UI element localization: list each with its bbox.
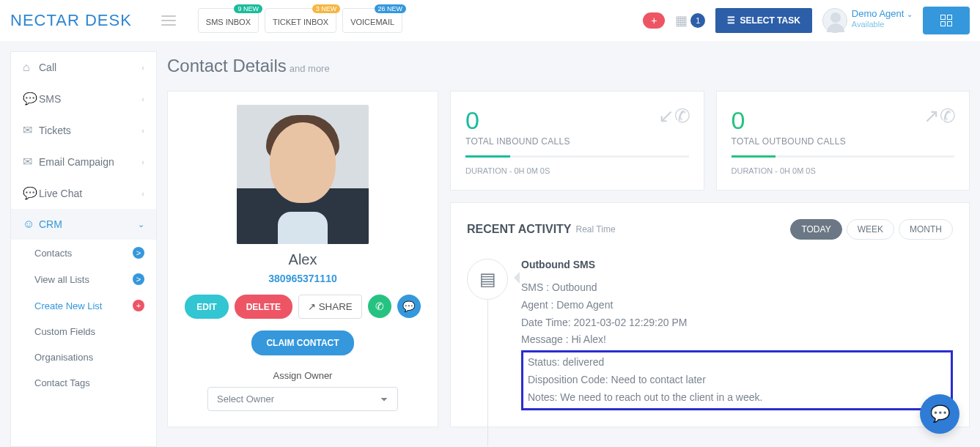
activity-item-title: Outbound SMS	[521, 259, 953, 270]
phone-in-icon: ↙✆	[658, 105, 690, 128]
sidebar-subitem[interactable]: Contacts>	[11, 240, 156, 266]
add-button[interactable]: +	[643, 12, 665, 29]
nav-icon: ⌂	[23, 61, 39, 74]
inbound-calls-card: ↙✆ 0 TOTAL INBOUND CALLS DURATION - 0H 0…	[450, 91, 704, 191]
inbound-label: TOTAL INBOUND CALLS	[465, 136, 689, 147]
sidebar-subitem[interactable]: Create New List+	[11, 292, 156, 319]
sidebar-item-label: Email Campaign	[39, 156, 114, 168]
activity-line: Disposition Code: Need to contact later	[528, 372, 946, 389]
inbox-badge: 26 NEW	[375, 4, 407, 13]
sms-activity-icon: ▤	[467, 259, 508, 300]
sidebar-item-label: SMS	[39, 93, 61, 105]
avatar-icon	[822, 8, 847, 33]
chevron-down-icon: ⌄	[907, 10, 913, 18]
sidebar-subitem-label: Organisations	[34, 352, 93, 363]
select-task-label: SELECT TASK	[740, 15, 800, 26]
sidebar: ⌂Call‹💬SMS‹✉Tickets‹✉Email Campaign‹💬Liv…	[10, 51, 157, 447]
recent-activity-card: RECENT ACTIVITY Real Time TODAYWEEKMONTH…	[450, 202, 970, 427]
page-title: Contact Detailsand more	[167, 56, 970, 76]
sidebar-item-crm[interactable]: ☺ CRM ⌄	[11, 209, 156, 240]
activity-line: Message : Hi Alex!	[521, 331, 953, 349]
chevron-left-icon: ‹	[141, 63, 144, 72]
calendar-badge: 1	[690, 13, 705, 28]
sidebar-subitem-badge: >	[133, 247, 144, 259]
chevron-left-icon: ‹	[141, 126, 144, 135]
claim-contact-button[interactable]: CLAIM CONTACT	[251, 330, 353, 355]
select-task-button[interactable]: ☰ SELECT TASK	[715, 8, 811, 33]
contact-name: Alex	[181, 251, 424, 268]
sidebar-item-label: Live Chat	[39, 188, 82, 199]
sidebar-item-label: Call	[39, 62, 56, 73]
inbox-button[interactable]: 3 NEWTICKET INBOX	[265, 8, 336, 33]
sidebar-subitem-badge: >	[133, 273, 144, 285]
sidebar-item[interactable]: 💬Live Chat‹	[11, 177, 156, 209]
sidebar-subitem[interactable]: View all Lists>	[11, 266, 156, 292]
grid-icon	[940, 15, 952, 26]
activity-subtitle: Real Time	[576, 224, 616, 234]
inbox-label: TICKET INBOX	[273, 18, 328, 26]
chat-widget-button[interactable]: 💬	[920, 394, 959, 434]
assign-owner-select[interactable]: Select Owner	[207, 387, 398, 411]
sidebar-subitem-label: Create New List	[34, 300, 102, 311]
nav-icon: 💬	[23, 186, 39, 200]
logo: NECTAR DESK	[10, 11, 132, 30]
phone-out-icon: ↗✆	[924, 105, 956, 128]
share-button[interactable]: ↗ SHARE	[298, 295, 362, 319]
activity-line: Status: delivered	[528, 354, 946, 372]
sidebar-subitem-badge: +	[133, 300, 144, 311]
chat-icon: 💬	[402, 300, 415, 312]
chevron-left-icon: ‹	[141, 95, 144, 103]
speech-bubble-icon: 💬	[930, 404, 950, 424]
activity-line: Agent : Demo Agent	[521, 297, 953, 314]
calendar-icon: ▦	[675, 12, 688, 29]
activity-line: SMS : Outbound	[521, 279, 953, 297]
list-icon: ☰	[727, 15, 735, 26]
activity-highlight-box: Status: deliveredDisposition Code: Need …	[521, 350, 953, 410]
user-menu[interactable]: Demo Agent ⌄ Available	[822, 8, 913, 33]
sidebar-subitem[interactable]: Organisations	[11, 344, 156, 370]
sidebar-subitem[interactable]: Contact Tags	[11, 370, 156, 396]
nav-icon: ✉	[23, 123, 39, 137]
activity-tab[interactable]: MONTH	[899, 219, 953, 240]
contact-card: Alex 380965371110 EDIT DELETE ↗ SHARE ✆ …	[167, 91, 438, 427]
inbox-button[interactable]: 9 NEWSMS INBOX	[198, 8, 259, 33]
sidebar-subitem-label: View all Lists	[34, 274, 89, 285]
menu-toggle-icon[interactable]	[161, 12, 176, 29]
outbound-label: TOTAL OUTBOUND CALLS	[732, 136, 955, 147]
sidebar-item[interactable]: 💬SMS‹	[11, 83, 156, 114]
inbox-label: SMS INBOX	[206, 18, 251, 26]
chevron-left-icon: ‹	[141, 189, 144, 198]
delete-button[interactable]: DELETE	[235, 295, 292, 319]
activity-tab[interactable]: WEEK	[847, 219, 894, 240]
inbound-count: 0	[465, 106, 689, 135]
outbound-count: 0	[732, 106, 955, 135]
user-name: Demo Agent	[852, 8, 905, 19]
sidebar-subitem-label: Contacts	[34, 248, 72, 259]
inbox-button[interactable]: 26 NEWVOICEMAIL	[342, 8, 402, 33]
phone-icon: ✆	[375, 300, 384, 312]
chevron-left-icon: ‹	[141, 158, 144, 166]
inbox-badge: 3 NEW	[312, 4, 341, 13]
inbox-badge: 9 NEW	[234, 4, 262, 13]
activity-tab[interactable]: TODAY	[790, 219, 841, 240]
nav-icon: 💬	[23, 92, 39, 106]
sidebar-item[interactable]: ⌂Call‹	[11, 52, 156, 83]
activity-line: Date Time: 2021-03-02 12:29:20 PM	[521, 314, 953, 332]
message-button[interactable]: 💬	[397, 295, 421, 318]
sidebar-subitem-label: Contact Tags	[34, 377, 90, 388]
sidebar-item[interactable]: ✉Email Campaign‹	[11, 146, 156, 177]
calendar-widget[interactable]: ▦ 1	[675, 12, 705, 29]
apps-grid-button[interactable]	[923, 7, 970, 34]
inbound-duration: DURATION - 0H 0M 0S	[465, 166, 689, 175]
sidebar-item[interactable]: ✉Tickets‹	[11, 114, 156, 146]
call-button[interactable]: ✆	[368, 295, 391, 318]
inbox-label: VOICEMAIL	[350, 18, 394, 26]
sidebar-subitem[interactable]: Custom Fields	[11, 319, 156, 344]
edit-button[interactable]: EDIT	[185, 295, 228, 319]
user-status: Available	[852, 20, 913, 29]
outbound-duration: DURATION - 0H 0M 0S	[732, 166, 955, 175]
activity-line: Notes: We need to reach out to the clien…	[528, 389, 946, 407]
person-icon: ☺	[23, 218, 39, 231]
contact-phone[interactable]: 380965371110	[181, 273, 424, 284]
sidebar-item-label: CRM	[39, 218, 62, 230]
